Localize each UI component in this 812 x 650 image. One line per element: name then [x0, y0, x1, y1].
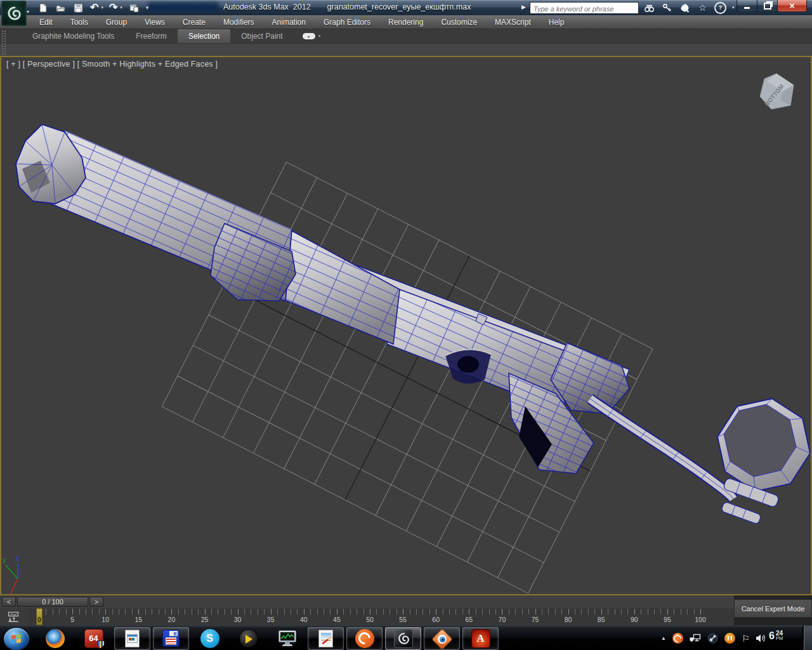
ruler-tick [86, 609, 86, 614]
ruler-tick [482, 609, 483, 614]
action-center-flag-icon[interactable]: ⚐ [742, 634, 750, 643]
ruler-tick [594, 609, 595, 614]
favorites-star-icon[interactable]: ☆ [697, 2, 709, 14]
previous-frame-button[interactable]: < [2, 597, 16, 607]
ruler-tick [654, 609, 655, 614]
taskbar-app-abbyy[interactable]: A [462, 627, 499, 650]
taskbar-app-3ds-max[interactable] [385, 627, 421, 650]
new-file-icon[interactable] [37, 2, 49, 14]
menu-item-modifiers[interactable]: Modifiers [214, 15, 263, 29]
menu-item-help[interactable]: Help [540, 15, 573, 29]
application-menu-button[interactable] [1, 1, 27, 26]
ruler-tick [238, 609, 239, 614]
help-icon[interactable]: ? [714, 2, 726, 14]
taskbar-app-skype[interactable]: S [192, 627, 228, 650]
project-window-icon[interactable] [128, 2, 140, 14]
menu-item-edit[interactable]: Edit [30, 15, 62, 29]
quick-access-toolbar: ↶▾ ↷▾ ▾ [37, 1, 148, 14]
application-menu-caret-icon[interactable]: ▾ [27, 9, 29, 15]
titlebar-flyout-arrow-icon[interactable]: ▶ [521, 4, 526, 10]
time-slider-handle[interactable]: 0 / 100 [17, 597, 88, 607]
menu-item-tools[interactable]: Tools [62, 15, 97, 29]
taskbar-clock[interactable]: 6 24 PM [769, 630, 783, 642]
next-frame-button[interactable]: > [89, 597, 103, 607]
infocenter-toolbar: ☆ ? ▾ [643, 2, 735, 13]
search-binoculars-icon[interactable] [643, 2, 655, 14]
origin-tray-icon[interactable] [672, 633, 683, 644]
ruler-tick [575, 609, 575, 614]
view-cube[interactable]: BOTTOM [760, 74, 794, 109]
ruler-tick [59, 609, 60, 614]
taskbar-app-faststone-viewer[interactable] [424, 627, 460, 650]
infocenter-search[interactable] [530, 2, 639, 14]
viewport-label[interactable]: [ + ] [ Perspective ] [ Smooth + Highlig… [6, 60, 218, 69]
ruler-tick [383, 609, 384, 614]
taskbar-app-firefox[interactable] [37, 627, 73, 650]
ribbon-tab-selection[interactable]: Selection [178, 29, 230, 43]
restore-button[interactable] [757, 0, 778, 12]
ruler-tick [528, 609, 529, 614]
ruler-tick [145, 609, 146, 614]
ruler-tick [330, 609, 331, 614]
perspective-viewport[interactable]: [ + ] [ Perspective ] [ Smooth + Highlig… [0, 56, 812, 595]
undo-caret-icon[interactable]: ▾ [101, 5, 103, 10]
ribbon-tab-object-paint[interactable]: Object Paint [230, 29, 293, 43]
menu-item-maxscript[interactable]: MAXScript [486, 15, 540, 29]
ribbon-tab-bar: Graphite Modeling ToolsFreeformSelection… [0, 29, 812, 43]
volume-icon[interactable] [756, 633, 766, 643]
ruler-tick [284, 609, 285, 614]
taskbar-app-app-64[interactable]: 64 [75, 627, 112, 650]
ribbon-minimize-button[interactable]: ▾▾ [303, 33, 321, 39]
world-axis-gizmo: z y x [3, 554, 20, 594]
3ds-max-icon [394, 629, 413, 648]
communication-center-icon[interactable] [679, 2, 691, 14]
open-file-icon[interactable] [55, 2, 67, 14]
search-input[interactable] [530, 4, 635, 14]
menu-item-animation[interactable]: Animation [263, 15, 315, 29]
menu-item-customize[interactable]: Customize [432, 15, 486, 29]
menu-item-rendering[interactable]: Rendering [379, 15, 432, 29]
menu-item-graph-editors[interactable]: Graph Editors [315, 15, 379, 29]
save-file-icon[interactable] [72, 2, 84, 14]
redo-caret-icon[interactable]: ▾ [120, 5, 122, 10]
window-controls: × [737, 0, 807, 12]
steam-icon[interactable] [707, 633, 718, 644]
taskbar-app-aimp[interactable] [230, 627, 266, 650]
taskbar-app-origin[interactable] [346, 627, 383, 650]
network-icon[interactable] [690, 633, 701, 643]
minimize-button[interactable] [737, 0, 757, 12]
ruler-tick [561, 609, 562, 614]
menu-item-create[interactable]: Create [174, 15, 214, 29]
ruler-tick [429, 609, 430, 614]
hidden-icons-arrow-icon[interactable]: ▲ [661, 635, 666, 641]
cancel-expert-mode-button[interactable]: Cancel Expert Mode [734, 599, 812, 618]
track-bar-ruler[interactable]: 0510152025303540455055606570758085909510… [29, 608, 734, 625]
taskbar-app-disk-editor[interactable]: E [153, 627, 189, 650]
ruler-frame-label: 70 [495, 616, 509, 623]
taskbar-app-document-viewer[interactable] [114, 627, 150, 650]
menu-item-group[interactable]: Group [97, 15, 136, 29]
start-button[interactable] [3, 627, 30, 650]
mini-curve-editor-button[interactable] [0, 608, 30, 625]
ruler-tick [462, 609, 463, 614]
undo-icon[interactable]: ↶ [90, 3, 98, 12]
help-caret-icon[interactable]: ▾ [732, 5, 735, 10]
ruler-tick [608, 609, 608, 614]
app64-icon: 64 [84, 629, 103, 648]
toolbar-overflow-icon[interactable]: ▾ [146, 4, 149, 11]
menu-item-views[interactable]: Views [136, 15, 174, 29]
ruler-tick [171, 609, 172, 614]
sign-in-key-icon[interactable] [661, 2, 673, 14]
3dsmax-logo-icon [6, 5, 22, 22]
taskbar-app-image-editor[interactable] [308, 627, 344, 650]
redo-icon[interactable]: ↷ [109, 3, 117, 12]
ruler-tick [258, 609, 258, 614]
aimp-pause-icon[interactable] [724, 633, 735, 644]
close-button[interactable]: × [777, 0, 807, 12]
ribbon-tab-freeform[interactable]: Freeform [125, 29, 178, 43]
ribbon-pill-caret-icon: ▾ [318, 34, 321, 39]
taskbar-app-system-monitor[interactable] [269, 627, 305, 650]
ribbon-tab-graphite-modeling-tools[interactable]: Graphite Modeling Tools [22, 29, 125, 43]
show-desktop-button[interactable] [802, 626, 812, 650]
ruler-tick [621, 609, 622, 614]
